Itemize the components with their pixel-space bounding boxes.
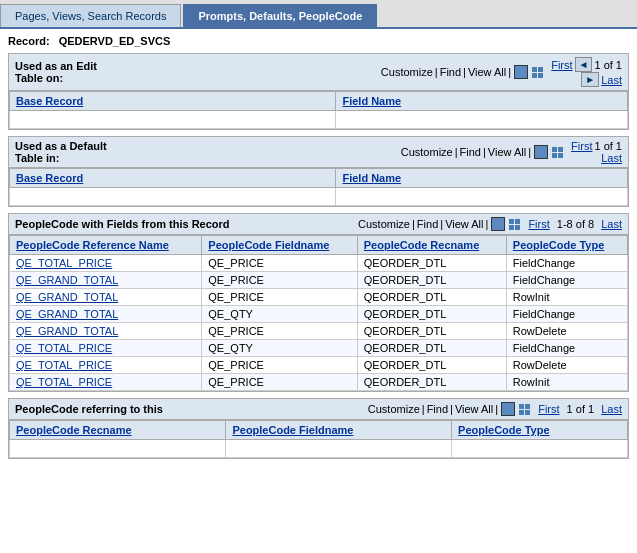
record-line: Record: QEDERVD_ED_SVCS (0, 29, 637, 53)
edit-table-icon2[interactable] (532, 67, 543, 78)
pc-recname: QEORDER_DTL (357, 323, 506, 340)
edit-table-customize[interactable]: Customize (381, 66, 433, 78)
tab-pages[interactable]: Pages, Views, Search Records (0, 4, 181, 27)
peoplecode-fields-customize[interactable]: Customize (358, 218, 410, 230)
pcr-col-recname: PeopleCode Recname (10, 421, 226, 440)
edit-table-controls: Customize | Find | View All | First ◄ 1 … (381, 57, 622, 87)
pc-ref: QE_TOTAL_PRICE (10, 340, 202, 357)
edit-table-viewall[interactable]: View All (468, 66, 506, 78)
pc-col-ref: PeopleCode Reference Name (10, 236, 202, 255)
pc-recname: QEORDER_DTL (357, 340, 506, 357)
tab-prompts[interactable]: Prompts, Defaults, PeopleCode (183, 4, 377, 27)
pc-fieldname: QE_PRICE (202, 323, 357, 340)
edit-table-header: Used as an Edit Table on: Customize | Fi… (9, 54, 628, 91)
peoplecode-fields-table: PeopleCode Reference Name PeopleCode Fie… (9, 235, 628, 391)
pc-ref: QE_TOTAL_PRICE (10, 374, 202, 391)
table-row: QE_TOTAL_PRICE QE_PRICE QEORDER_DTL RowI… (10, 374, 628, 391)
peoplecode-fields-last: Last (601, 218, 622, 230)
pc-recname: QEORDER_DTL (357, 306, 506, 323)
default-table-first: First (571, 140, 592, 152)
default-table-col-base: Base Record (10, 169, 336, 188)
pc-type: FieldChange (506, 340, 627, 357)
pc-type: RowDelete (506, 323, 627, 340)
default-table-empty-row (10, 188, 628, 206)
table-row: QE_GRAND_TOTAL QE_PRICE QEORDER_DTL RowI… (10, 289, 628, 306)
pcr-empty-row (10, 440, 628, 458)
pc-ref: QE_TOTAL_PRICE (10, 255, 202, 272)
edit-table-pagination: First ◄ 1 of 1 ► Last (551, 57, 622, 87)
table-row: QE_TOTAL_PRICE QE_PRICE QEORDER_DTL Fiel… (10, 255, 628, 272)
default-table-find[interactable]: Find (460, 146, 481, 158)
table-row: QE_GRAND_TOTAL QE_PRICE QEORDER_DTL Fiel… (10, 272, 628, 289)
pc-recname: QEORDER_DTL (357, 255, 506, 272)
pc-type: FieldChange (506, 272, 627, 289)
peoplecode-referring-icon2[interactable] (519, 404, 530, 415)
table-row: QE_TOTAL_PRICE QE_QTY QEORDER_DTL FieldC… (10, 340, 628, 357)
table-row: QE_GRAND_TOTAL QE_PRICE QEORDER_DTL RowD… (10, 323, 628, 340)
pc-type: RowInit (506, 374, 627, 391)
pc-fieldname: QE_PRICE (202, 374, 357, 391)
default-table-customize[interactable]: Customize (401, 146, 453, 158)
tab-bar: Pages, Views, Search Records Prompts, De… (0, 0, 637, 29)
pc-col-recname: PeopleCode Recname (357, 236, 506, 255)
peoplecode-fields-first: First (528, 218, 549, 230)
pc-ref: QE_GRAND_TOTAL (10, 289, 202, 306)
pc-fieldname: QE_PRICE (202, 272, 357, 289)
pc-ref: QE_GRAND_TOTAL (10, 306, 202, 323)
peoplecode-referring-info: 1 of 1 (567, 403, 595, 415)
peoplecode-referring-first: First (538, 403, 559, 415)
default-table-last: Last (601, 152, 622, 164)
edit-table-prev[interactable]: ◄ (575, 57, 593, 72)
edit-table-section: Used as an Edit Table on: Customize | Fi… (8, 53, 629, 130)
pc-col-type: PeopleCode Type (506, 236, 627, 255)
pc-type: FieldChange (506, 255, 627, 272)
edit-table-icon1[interactable] (514, 65, 528, 79)
edit-table-find[interactable]: Find (440, 66, 461, 78)
peoplecode-referring-header: PeopleCode referring to this Customize |… (9, 399, 628, 420)
peoplecode-referring-section: PeopleCode referring to this Customize |… (8, 398, 629, 459)
peoplecode-referring-title: PeopleCode referring to this (15, 403, 163, 415)
pc-recname: QEORDER_DTL (357, 289, 506, 306)
pc-fieldname: QE_PRICE (202, 357, 357, 374)
peoplecode-referring-controls: Customize | Find | View All | First 1 of… (368, 402, 622, 416)
pc-type: RowInit (506, 289, 627, 306)
default-table-col-field: Field Name (336, 169, 628, 188)
peoplecode-referring-customize[interactable]: Customize (368, 403, 420, 415)
pc-col-fieldname: PeopleCode Fieldname (202, 236, 357, 255)
peoplecode-referring-last: Last (601, 403, 622, 415)
pc-fieldname: QE_QTY (202, 340, 357, 357)
edit-table-col-field: Field Name (336, 92, 628, 111)
edit-table-first: First (551, 59, 572, 71)
peoplecode-fields-info: 1-8 of 8 (557, 218, 594, 230)
table-row: QE_GRAND_TOTAL QE_QTY QEORDER_DTL FieldC… (10, 306, 628, 323)
default-table-icon2[interactable] (552, 147, 563, 158)
edit-table: Base Record Field Name (9, 91, 628, 129)
peoplecode-referring-table: PeopleCode Recname PeopleCode Fieldname … (9, 420, 628, 458)
record-value: QEDERVD_ED_SVCS (59, 35, 171, 47)
edit-table-info: 1 of 1 (594, 59, 622, 71)
pcr-col-type: PeopleCode Type (452, 421, 628, 440)
default-table-icon1[interactable] (534, 145, 548, 159)
edit-table-next[interactable]: ► (581, 72, 599, 87)
pc-fieldname: QE_PRICE (202, 255, 357, 272)
peoplecode-fields-find[interactable]: Find (417, 218, 438, 230)
pc-fieldname: QE_PRICE (202, 289, 357, 306)
pc-recname: QEORDER_DTL (357, 374, 506, 391)
peoplecode-fields-icon1[interactable] (491, 217, 505, 231)
pc-type: FieldChange (506, 306, 627, 323)
peoplecode-fields-section: PeopleCode with Fields from this Record … (8, 213, 629, 392)
peoplecode-referring-viewall[interactable]: View All (455, 403, 493, 415)
peoplecode-fields-controls: Customize | Find | View All | First 1-8 … (358, 217, 622, 231)
peoplecode-referring-find[interactable]: Find (427, 403, 448, 415)
default-table-viewall[interactable]: View All (488, 146, 526, 158)
pc-recname: QEORDER_DTL (357, 357, 506, 374)
peoplecode-referring-icon1[interactable] (501, 402, 515, 416)
peoplecode-fields-icon2[interactable] (509, 219, 520, 230)
peoplecode-fields-viewall[interactable]: View All (445, 218, 483, 230)
default-table-controls: Customize | Find | View All | First 1 of… (401, 140, 622, 164)
edit-table-last: Last (601, 74, 622, 86)
default-table-header: Used as a Default Table in: Customize | … (9, 137, 628, 168)
default-table-pagination: First 1 of 1 Last (571, 140, 622, 164)
default-table-info: 1 of 1 (594, 140, 622, 152)
pc-ref: QE_TOTAL_PRICE (10, 357, 202, 374)
